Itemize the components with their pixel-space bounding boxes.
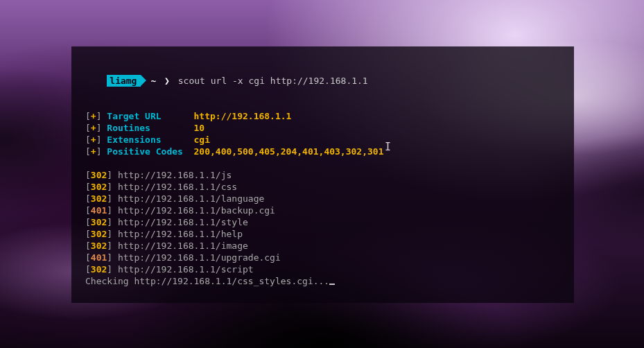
bracket-open: [ <box>85 111 91 121</box>
plus-icon: + <box>91 146 96 157</box>
prompt-line: liamg~ ❯ scout url -x cgi http://192.168… <box>85 63 560 98</box>
result-row: [302] http://192.168.1.1/js <box>85 169 560 181</box>
bracket-close: ] <box>107 252 118 263</box>
bracket-close: ] <box>107 193 118 204</box>
result-url: http://192.168.1.1/backup.cgi <box>118 205 275 216</box>
info-value: 10 <box>194 123 205 133</box>
cursor-icon <box>329 284 335 285</box>
info-row: [+] Target URL http://192.168.1.1 <box>85 110 560 122</box>
bracket-open: [ <box>85 264 91 275</box>
bracket-close: ] <box>96 146 107 157</box>
prompt-command: scout url -x cgi http://192.168.1.1 <box>178 76 368 86</box>
result-url: http://192.168.1.1/upgrade.cgi <box>118 252 281 263</box>
info-row: [+] Positive Codes 200,400,500,405,204,4… <box>85 146 560 157</box>
info-block: [+] Target URL http://192.168.1.1[+] Rou… <box>85 110 560 157</box>
status-code: 401 <box>91 252 107 263</box>
result-row: [302] http://192.168.1.1/image <box>85 240 560 252</box>
bracket-open: [ <box>85 252 91 263</box>
info-label: Routines <box>107 123 193 133</box>
bracket-close: ] <box>107 229 118 239</box>
bracket-open: [ <box>85 205 91 216</box>
bracket-close: ] <box>107 264 118 275</box>
result-row: [302] http://192.168.1.1/language <box>85 193 560 205</box>
result-url: http://192.168.1.1/js <box>118 170 232 180</box>
result-row: [401] http://192.168.1.1/backup.cgi <box>85 205 560 216</box>
prompt-user: liamg <box>110 76 137 86</box>
status-code: 302 <box>91 182 107 192</box>
plus-icon: + <box>91 111 96 121</box>
blank-line <box>85 98 560 110</box>
result-url: http://192.168.1.1/image <box>118 241 248 251</box>
bracket-open: [ <box>85 217 91 227</box>
prompt-chevron: ❯ <box>162 76 173 86</box>
bracket-close: ] <box>96 123 107 133</box>
result-row: [302] http://192.168.1.1/help <box>85 228 560 240</box>
bracket-open: [ <box>85 193 91 204</box>
status-code: 302 <box>91 170 107 180</box>
result-row: [302] http://192.168.1.1/style <box>85 216 560 228</box>
status-code: 302 <box>91 241 107 251</box>
bracket-close: ] <box>96 134 107 145</box>
results-block: [302] http://192.168.1.1/js[302] http://… <box>85 169 560 275</box>
bracket-open: [ <box>85 170 91 180</box>
result-url: http://192.168.1.1/language <box>118 193 264 204</box>
info-value: cgi <box>194 134 210 145</box>
info-label: Target URL <box>107 111 193 121</box>
result-url: http://192.168.1.1/css <box>118 182 237 192</box>
bracket-open: [ <box>85 146 91 157</box>
result-url: http://192.168.1.1/style <box>118 217 248 227</box>
info-value: http://192.168.1.1 <box>194 111 292 121</box>
status-text: Checking http://192.168.1.1/css_styles.c… <box>85 276 329 286</box>
bracket-close: ] <box>107 205 118 216</box>
prompt-user-badge: liamg <box>107 75 141 87</box>
status-code: 302 <box>91 264 107 275</box>
result-row: [401] http://192.168.1.1/upgrade.cgi <box>85 252 560 263</box>
blank-line <box>85 157 560 169</box>
result-url: http://192.168.1.1/script <box>118 264 254 275</box>
info-row: [+] Extensions cgi <box>85 134 560 146</box>
result-row: [302] http://192.168.1.1/script <box>85 263 560 275</box>
status-code: 302 <box>91 193 107 204</box>
status-code: 302 <box>91 217 107 227</box>
result-url: http://192.168.1.1/help <box>118 229 243 239</box>
bracket-open: [ <box>85 241 91 251</box>
bracket-close: ] <box>107 241 118 251</box>
info-row: [+] Routines 10 <box>85 122 560 134</box>
info-label: Extensions <box>107 134 193 145</box>
info-value: 200,400,500,405,204,401,403,302,301 <box>194 146 384 157</box>
bracket-close: ] <box>96 111 107 121</box>
plus-icon: + <box>91 134 96 145</box>
status-code: 302 <box>91 229 107 239</box>
result-row: [302] http://192.168.1.1/css <box>85 181 560 193</box>
terminal-window[interactable]: liamg~ ❯ scout url -x cgi http://192.168… <box>71 46 574 303</box>
bracket-open: [ <box>85 134 91 145</box>
bracket-close: ] <box>107 182 118 192</box>
bracket-close: ] <box>107 170 118 180</box>
bracket-open: [ <box>85 182 91 192</box>
bracket-open: [ <box>85 229 91 239</box>
plus-icon: + <box>91 123 96 133</box>
status-line: Checking http://192.168.1.1/css_styles.c… <box>85 275 560 287</box>
status-code: 401 <box>91 205 107 216</box>
bracket-close: ] <box>107 217 118 227</box>
bracket-open: [ <box>85 123 91 133</box>
info-label: Positive Codes <box>107 146 193 157</box>
